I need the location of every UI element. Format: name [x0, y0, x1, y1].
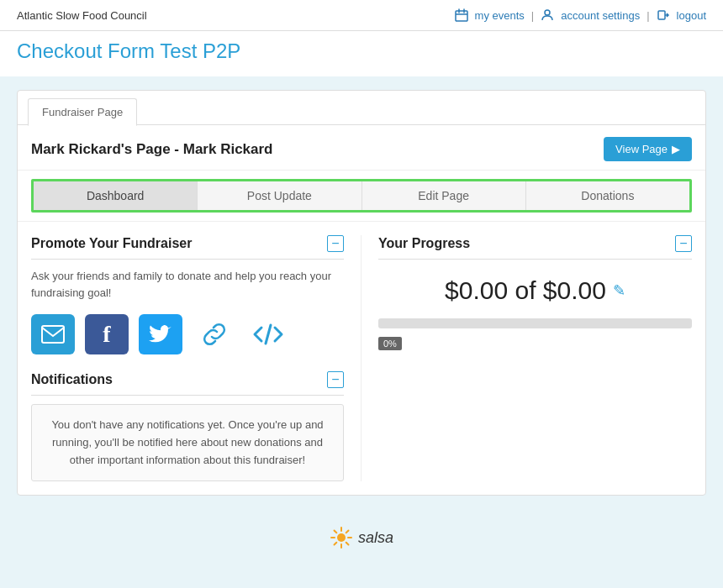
- link-share-button[interactable]: [193, 314, 236, 354]
- svg-rect-2: [658, 11, 665, 19]
- facebook-icon: f: [103, 321, 110, 348]
- edit-goal-button[interactable]: ✎: [613, 281, 625, 300]
- twitter-icon: [149, 324, 172, 344]
- tab-edit-page[interactable]: Edit Page: [362, 181, 526, 210]
- link-icon: [199, 319, 230, 349]
- top-bar: Atlantic Slow Food Council my events | a…: [0, 0, 723, 31]
- main-content: Fundraiser Page Mark Rickard's Page - Ma…: [0, 76, 723, 509]
- nav-tabs-wrapper: Dashboard Post Update Edit Page Donation…: [31, 179, 692, 213]
- progress-percent-label: 0%: [378, 337, 402, 350]
- salsa-brand-name: salsa: [358, 529, 393, 547]
- svg-point-4: [337, 533, 346, 542]
- view-page-button[interactable]: View Page ▶: [604, 137, 692, 161]
- svg-point-1: [545, 10, 550, 15]
- arrow-right-icon: ▶: [672, 143, 680, 155]
- account-settings-link[interactable]: account settings: [561, 9, 640, 22]
- notifications-text: You don't have any notifications yet. On…: [44, 417, 331, 469]
- notifications-title: Notifications: [31, 372, 113, 387]
- promote-text: Ask your friends and family to donate an…: [31, 268, 344, 301]
- fundraiser-page-name: Mark Rickard's Page - Mark Rickard: [31, 141, 273, 158]
- salsa-logo: salsa: [330, 526, 393, 549]
- notifications-section: Notifications − You don't have any notif…: [31, 371, 344, 481]
- promote-collapse-button[interactable]: −: [327, 235, 344, 252]
- tab-donations[interactable]: Donations: [526, 181, 689, 210]
- svg-rect-3: [42, 326, 64, 343]
- svg-line-11: [346, 531, 349, 533]
- top-nav: my events | account settings | logout: [455, 8, 706, 22]
- promote-title: Promote Your Fundraiser: [31, 236, 192, 251]
- facebook-share-button[interactable]: f: [85, 314, 129, 354]
- notifications-header: Notifications −: [31, 371, 344, 396]
- page-header-row: Mark Rickard's Page - Mark Rickard View …: [18, 125, 705, 171]
- svg-line-9: [334, 531, 336, 533]
- progress-bar-container: [378, 318, 692, 328]
- svg-line-10: [346, 543, 349, 545]
- email-share-button[interactable]: [31, 314, 75, 354]
- footer: salsa: [0, 509, 723, 566]
- page-title: Checkout Form Test P2P: [17, 39, 706, 63]
- content-grid: Promote Your Fundraiser − Ask your frien…: [18, 221, 705, 495]
- tab-post-update[interactable]: Post Update: [198, 181, 362, 210]
- social-icons-row: f: [31, 314, 344, 354]
- salsa-sun-icon: [330, 526, 353, 549]
- embed-icon: [251, 321, 285, 348]
- twitter-share-button[interactable]: [139, 314, 182, 354]
- account-icon: [541, 8, 554, 22]
- main-card: Fundraiser Page Mark Rickard's Page - Ma…: [17, 90, 706, 496]
- embed-share-button[interactable]: [246, 314, 290, 354]
- notifications-collapse-button[interactable]: −: [327, 371, 344, 388]
- fundraiser-tab-area: Fundraiser Page: [18, 91, 705, 125]
- svg-rect-0: [456, 11, 467, 21]
- logout-icon: [657, 8, 670, 22]
- progress-collapse-button[interactable]: −: [675, 235, 692, 252]
- left-column: Promote Your Fundraiser − Ask your frien…: [31, 235, 362, 481]
- org-name: Atlantic Slow Food Council: [17, 9, 147, 22]
- logout-link[interactable]: logout: [677, 9, 706, 22]
- sep2: |: [646, 9, 649, 22]
- notifications-box: You don't have any notifications yet. On…: [31, 404, 344, 481]
- svg-line-12: [334, 543, 336, 545]
- page-title-area: Checkout Form Test P2P: [0, 31, 723, 76]
- tab-dashboard[interactable]: Dashboard: [34, 181, 198, 210]
- progress-amount-display: $0.00 of $0.00 ✎: [378, 276, 692, 305]
- my-events-link[interactable]: my events: [475, 9, 525, 22]
- fundraiser-page-tab[interactable]: Fundraiser Page: [28, 98, 137, 126]
- promote-section-header: Promote Your Fundraiser −: [31, 235, 344, 260]
- calendar-icon: [455, 8, 468, 22]
- progress-section-header: Your Progress −: [378, 235, 692, 260]
- sep1: |: [531, 9, 534, 22]
- email-icon: [41, 325, 65, 344]
- progress-title: Your Progress: [378, 236, 470, 251]
- right-column: Your Progress − $0.00 of $0.00 ✎ 0%: [362, 235, 692, 481]
